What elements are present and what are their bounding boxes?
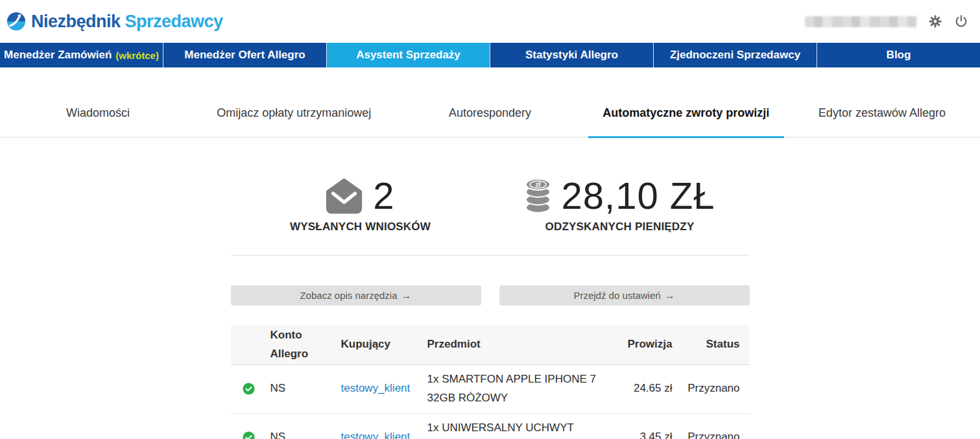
nav-item-statystyki-allegro[interactable]: Statystyki Allegro xyxy=(490,43,653,67)
button-label: Przejdź do ustawień xyxy=(573,290,660,301)
cell-przedmiot: 1x SMARTFON APPLE IPHONE 7 32GB RÓŻOWY xyxy=(425,365,617,413)
tab-omijacz-oplaty[interactable]: Omijacz opłaty utrzymaniowej xyxy=(196,97,392,137)
check-circle-icon xyxy=(231,431,267,439)
logo-text: Niezbędnik Sprzedawcy xyxy=(31,12,223,32)
tab-edytor-zestawow[interactable]: Edytor zestawów Allegro xyxy=(784,97,980,137)
nav-item-zjednoczeni-sprzedawcy[interactable]: Zjednoczeni Sprzedawcy xyxy=(653,43,817,67)
arrow-right-icon: → xyxy=(665,290,675,302)
main-nav: Menedżer Zamówień (wkrótce) Menedżer Ofe… xyxy=(0,43,980,67)
table-row: NS testowy_klient 1x SMARTFON APPLE IPHO… xyxy=(231,365,750,414)
nav-label: Zjednoczeni Sprzedawcy xyxy=(670,49,800,62)
gear-icon[interactable] xyxy=(928,14,942,29)
go-to-settings-button[interactable]: Przejdź do ustawień → xyxy=(499,285,750,305)
header-przedmiot: Przedmiot xyxy=(425,330,617,359)
cell-prowizja: 3.45 zł xyxy=(617,428,678,439)
app-logo[interactable]: Niezbędnik Sprzedawcy xyxy=(6,12,223,32)
coins-icon: zł xyxy=(525,178,551,213)
table-row: NS testowy_klient 1x UNIWERSALNY UCHWYT … xyxy=(231,414,750,439)
nav-item-asystent-sprzedazy[interactable]: Asystent Sprzedaży xyxy=(326,43,490,67)
sent-requests-label: WYSŁANYCH WNIOSKÓW xyxy=(290,220,431,233)
envelope-icon xyxy=(326,178,363,214)
table-header-row: Konto Allegro Kupujący Przedmiot Prowizj… xyxy=(231,325,750,365)
nav-item-blog[interactable]: Blog xyxy=(817,43,980,67)
nav-label: Statystyki Allegro xyxy=(525,49,618,62)
stat-sent-requests: 2 WYSŁANYCH WNIOSKÓW xyxy=(231,174,490,233)
nav-item-menedzer-zamowien[interactable]: Menedżer Zamówień (wkrótce) xyxy=(0,43,163,67)
action-buttons: Zobacz opis narzędzia → Przejdź do ustaw… xyxy=(231,285,750,305)
nav-label: Asystent Sprzedaży xyxy=(356,49,460,62)
power-icon[interactable] xyxy=(954,14,968,29)
button-label: Zobacz opis narzędzia xyxy=(300,290,397,301)
cell-prowizja: 24.65 zł xyxy=(617,379,678,398)
header-kupujacy: Kupujący xyxy=(338,335,425,354)
stat-recovered-money: zł 28,10 ZŁ ODZYSKANYCH PIENIĘDZY xyxy=(490,174,750,233)
check-circle-icon xyxy=(231,383,267,395)
cell-konto: NS xyxy=(267,379,338,398)
nav-badge-wkrotce: (wkrótce) xyxy=(115,50,159,61)
cell-konto: NS xyxy=(267,428,338,439)
svg-text:zł: zł xyxy=(535,181,540,188)
tool-tabs: Wiadomości Omijacz opłaty utrzymaniowej … xyxy=(0,97,980,137)
tab-wiadomosci[interactable]: Wiadomości xyxy=(0,97,196,137)
header-status: Status xyxy=(678,335,750,354)
recovered-money-value: 28,10 ZŁ xyxy=(562,174,715,217)
masked-username xyxy=(805,16,916,27)
app-header: Niezbędnik Sprzedawcy xyxy=(0,0,980,43)
commission-returns-table: Konto Allegro Kupujący Przedmiot Prowizj… xyxy=(231,325,750,439)
nav-label: Menedżer Zamówień xyxy=(4,49,112,62)
section-divider xyxy=(231,255,750,255)
cell-status: Przyznano xyxy=(678,428,750,439)
summary-stats: 2 WYSŁANYCH WNIOSKÓW zł 28,10 ZŁ xyxy=(231,137,750,233)
buyer-link[interactable]: testowy_klient xyxy=(341,382,411,394)
sent-requests-value: 2 xyxy=(373,174,394,217)
recovered-money-label: ODZYSKANYCH PIENIĘDZY xyxy=(545,220,695,233)
logo-globe-icon xyxy=(6,12,26,31)
tab-automatyczne-zwroty-prowizji[interactable]: Automatyczne zwroty prowizji xyxy=(588,97,784,137)
nav-label: Blog xyxy=(887,49,911,62)
arrow-right-icon: → xyxy=(401,290,412,302)
cell-status: Przyznano xyxy=(678,379,750,398)
tab-autorespondery[interactable]: Autorespondery xyxy=(392,97,588,137)
header-prowizja: Prowizja xyxy=(617,335,678,354)
cell-przedmiot: 1x UNIWERSALNY UCHWYT SAMOCHODOWY HAMA xyxy=(425,414,617,439)
buyer-link[interactable]: testowy_klient xyxy=(341,431,411,439)
nav-label: Menedżer Ofert Allegro xyxy=(184,49,305,62)
nav-item-menedzer-ofert[interactable]: Menedżer Ofert Allegro xyxy=(163,43,326,67)
see-tool-description-button[interactable]: Zobacz opis narzędzia → xyxy=(231,285,481,305)
header-konto-allegro: Konto Allegro xyxy=(267,326,313,364)
